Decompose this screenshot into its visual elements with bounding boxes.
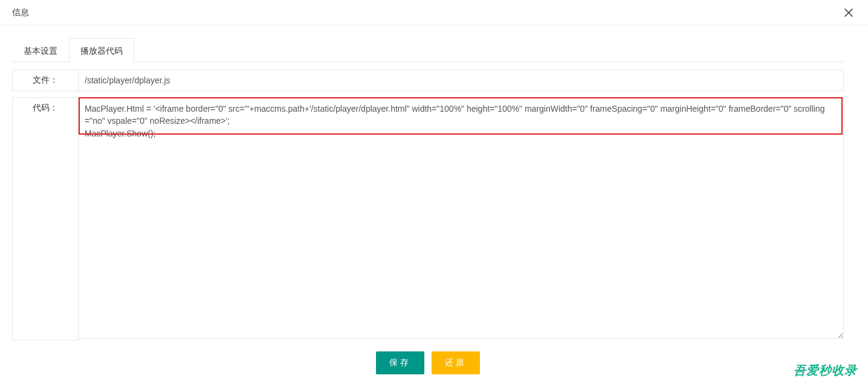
content-inner: 基本设置 播放器代码 文件： 代码： 保存 还原 — [0, 25, 868, 381]
modal-header: 信息 — [0, 0, 868, 25]
row-code: 代码： — [12, 97, 844, 341]
code-textarea[interactable] — [79, 97, 844, 339]
label-code: 代码： — [12, 97, 79, 341]
label-file: 文件： — [12, 69, 79, 91]
modal-title: 信息 — [12, 7, 29, 18]
save-button[interactable]: 保存 — [376, 351, 424, 374]
content-scroll[interactable]: 基本设置 播放器代码 文件： 代码： 保存 还原 — [0, 25, 868, 381]
button-row: 保存 还原 — [12, 351, 844, 374]
tab-player-code[interactable]: 播放器代码 — [69, 38, 134, 62]
reset-button[interactable]: 还原 — [432, 351, 480, 374]
tab-basic-settings[interactable]: 基本设置 — [12, 38, 69, 62]
row-file: 文件： — [12, 69, 844, 91]
close-icon[interactable] — [841, 5, 856, 20]
tabs: 基本设置 播放器代码 — [12, 37, 844, 62]
file-input[interactable] — [79, 69, 844, 91]
